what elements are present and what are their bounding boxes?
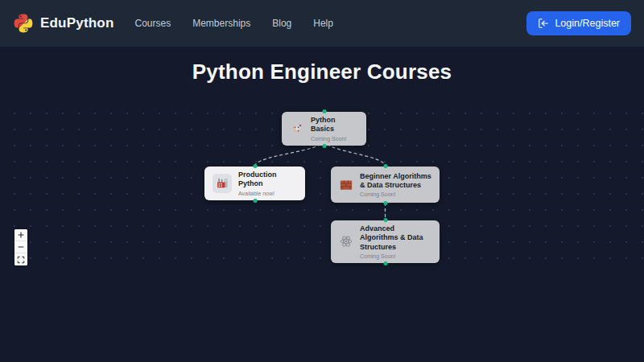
brand-logo[interactable]: EduPython (13, 13, 114, 34)
zoom-out-button[interactable] (14, 241, 27, 253)
nav-links: Courses Memberships Blog Help (135, 18, 333, 29)
zoom-out-icon (17, 243, 25, 251)
zoom-in-icon (17, 231, 25, 239)
python-logo-icon (13, 13, 34, 34)
node-handle-top[interactable] (322, 109, 326, 113)
brand-name: EduPython (40, 15, 114, 31)
node-handle-top[interactable] (383, 164, 387, 168)
node-handle-bottom[interactable] (253, 199, 257, 203)
page-title: Python Engineer Courses (0, 60, 644, 84)
course-node-beginner-algorithms[interactable]: Beginner Algorithms & Data Structures Co… (331, 167, 440, 203)
node-title: Production Python (238, 171, 297, 189)
course-node-python-basics[interactable]: Python Basics Coming Soon! (282, 112, 366, 146)
factory-icon (213, 174, 232, 193)
login-register-button[interactable]: Login/Register (526, 11, 631, 35)
course-flow-canvas[interactable]: Python Basics Coming Soon! (0, 98, 644, 272)
login-button-label: Login/Register (555, 18, 620, 29)
node-subtitle: Coming Soon! (360, 191, 431, 197)
course-node-advanced-algorithms[interactable]: Advanced Algorithms & Data Structures Co… (331, 220, 440, 263)
node-title: Advanced Algorithms & Data Structures (360, 224, 431, 252)
course-node-production-python[interactable]: Production Python Available now! (204, 167, 305, 200)
edupython-app: EduPython Courses Memberships Blog Help … (0, 0, 644, 362)
flow-controls (14, 229, 27, 265)
zoom-in-button[interactable] (14, 229, 27, 241)
fit-view-icon (17, 256, 25, 264)
node-handle-bottom[interactable] (383, 201, 387, 205)
fit-view-button[interactable] (14, 253, 27, 265)
login-icon (538, 18, 549, 29)
node-subtitle: Coming Soon! (360, 253, 431, 259)
rocket-icon (290, 121, 304, 136)
nav-link-memberships[interactable]: Memberships (192, 18, 250, 29)
node-handle-bottom[interactable] (383, 261, 387, 265)
node-handle-bottom[interactable] (322, 144, 326, 148)
node-title: Beginner Algorithms & Data Structures (360, 172, 431, 191)
node-handle-top[interactable] (383, 218, 387, 222)
nav-link-courses[interactable]: Courses (135, 18, 171, 29)
node-subtitle: Coming Soon! (311, 136, 358, 142)
node-title: Python Basics (311, 116, 358, 134)
brick-icon (339, 178, 353, 192)
atom-icon (339, 234, 353, 249)
nav-link-help[interactable]: Help (313, 18, 333, 29)
navbar: EduPython Courses Memberships Blog Help … (0, 0, 644, 47)
node-subtitle: Available now! (238, 191, 297, 196)
node-handle-top[interactable] (253, 164, 257, 168)
nav-link-blog[interactable]: Blog (272, 18, 291, 29)
